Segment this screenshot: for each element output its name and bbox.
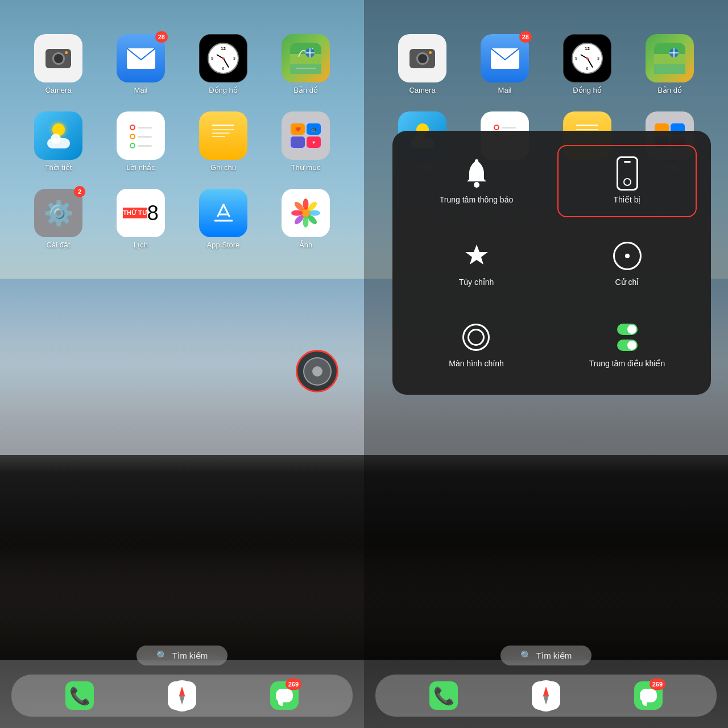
maps-icon[interactable] (282, 34, 330, 82)
bubble-tail (278, 701, 283, 706)
folder-app-4: ♥ (307, 136, 321, 148)
app-folder[interactable]: ❤️ 📺 🎵 ♥ Thư mục (275, 111, 337, 172)
dock-left: 📞 269 (11, 675, 353, 717)
search-icon-right: 🔍 (520, 650, 532, 661)
star-svg (462, 242, 491, 270)
menu-gesture[interactable]: Cử chỉ (557, 229, 697, 299)
mail-badge: 28 (155, 31, 168, 43)
dock-phone-r[interactable]: 📞 (429, 681, 458, 710)
bell-svg (462, 158, 491, 189)
app-camera-r[interactable]: Camera (391, 34, 454, 94)
weather-label: Thời tiết (45, 163, 72, 172)
dock-right: 📞 269 (375, 675, 717, 717)
settings-label: Cài đặt (47, 241, 71, 249)
phone-app-icon[interactable]: 📞 (65, 681, 94, 710)
settings-icon[interactable]: ⚙️ 2 (34, 189, 82, 237)
dock-phone[interactable]: 📞 (65, 681, 94, 710)
dock-messages-r[interactable]: 269 (634, 681, 663, 710)
app-notes[interactable]: Ghi chú (192, 111, 255, 172)
camera-dot (65, 51, 68, 54)
weather-icon[interactable] (34, 111, 82, 160)
app-weather[interactable]: Thời tiết (27, 111, 90, 172)
mail-icon-r[interactable]: 28 (481, 34, 529, 82)
app-calendar[interactable]: THỨ TƯ 8 Lịch (110, 189, 172, 249)
menu-control-center[interactable]: Trung tâm điều khiển (557, 310, 697, 380)
toggle-row-2 (617, 340, 638, 351)
menu-main-screen[interactable]: Màn hình chính (443, 310, 510, 380)
menu-notification-center[interactable]: Trung tâm thông báo (407, 145, 546, 217)
left-panel: Camera 28 Mail (0, 0, 364, 728)
home-icon (461, 321, 492, 353)
appstore-label: App Store (207, 241, 240, 249)
camera-label-r: Camera (409, 86, 435, 94)
camera-icon[interactable] (34, 34, 82, 82)
app-mail[interactable]: 28 Mail (110, 34, 172, 94)
app-maps-r[interactable]: Bản đồ (639, 34, 701, 94)
app-appstore[interactable]: App Store (192, 189, 255, 249)
dock-messages[interactable]: 269 (270, 681, 299, 710)
menu-customize[interactable]: Tùy chỉnh (407, 229, 546, 299)
calendar-label: Lịch (134, 241, 148, 249)
message-bubble-inner (276, 689, 293, 702)
svg-rect-21 (654, 64, 685, 74)
calendar-icon[interactable]: THỨ TƯ 8 (117, 189, 165, 237)
star-icon (461, 240, 492, 271)
person-left (0, 518, 364, 660)
app-reminders[interactable]: Lời nhắc (110, 111, 172, 172)
notes-label: Ghi chú (210, 163, 236, 172)
toggle-group (617, 324, 638, 351)
app-settings[interactable]: ⚙️ 2 Cài đặt (27, 189, 90, 249)
reminders-icon[interactable] (117, 111, 165, 160)
app-row-3: ⚙️ 2 Cài đặt THỨ TƯ 8 Lịch (17, 189, 347, 249)
appstore-icon[interactable] (199, 189, 247, 237)
at-inner (303, 357, 332, 386)
folder-icon[interactable]: ❤️ 📺 🎵 ♥ (282, 111, 330, 160)
app-clock-r[interactable]: 12 6 3 9 Đồng hồ (556, 34, 619, 94)
folder-content: ❤️ 📺 🎵 ♥ (287, 120, 324, 151)
camera-lens (52, 52, 65, 65)
svg-point-10 (303, 198, 309, 210)
search-bar-left[interactable]: 🔍 Tìm kiếm (136, 646, 228, 665)
menu-grid: Trung tâm thông báo Thiết bị Tùy chỉnh (407, 145, 697, 380)
phone-app-icon-r[interactable]: 📞 (429, 681, 458, 710)
search-bar-right[interactable]: 🔍 Tìm kiếm (500, 646, 592, 665)
clock-icon-r[interactable]: 12 6 3 9 (563, 34, 611, 82)
assistive-touch-button[interactable] (296, 350, 338, 392)
safari-app-icon[interactable] (168, 681, 196, 710)
notes-icon[interactable] (199, 111, 247, 160)
app-maps[interactable]: Bản đồ (275, 34, 337, 94)
dock-safari[interactable] (168, 681, 196, 710)
mail-icon[interactable]: 28 (117, 34, 165, 82)
appstore-svg (209, 199, 238, 228)
menu-device[interactable]: Thiết bị (557, 145, 697, 217)
app-photos[interactable]: Ảnh (275, 189, 337, 249)
clock-icon[interactable]: 12 6 3 9 (199, 34, 247, 82)
folder-app-1: ❤️ (291, 123, 305, 135)
settings-badge: 2 (74, 186, 85, 197)
search-text-left: Tìm kiếm (172, 651, 208, 661)
svg-point-12 (291, 210, 303, 216)
svg-point-13 (309, 210, 320, 216)
folder-label: Thư mục (291, 163, 320, 172)
gesture-icon (611, 240, 643, 271)
app-camera[interactable]: Camera (27, 34, 90, 94)
svg-rect-3 (290, 64, 321, 74)
messages-badge-r: 269 (650, 679, 665, 690)
maps-icon-r[interactable] (646, 34, 694, 82)
customize-label: Tùy chỉnh (459, 277, 494, 287)
messages-badge: 269 (286, 679, 301, 690)
safari-app-icon-r[interactable] (532, 681, 560, 710)
gesture-dot (625, 254, 630, 258)
photos-icon[interactable] (282, 189, 330, 237)
app-row-r1: Camera 28 Mail 12 6 3 (381, 34, 711, 94)
search-text-right: Tìm kiếm (536, 651, 572, 661)
toggle-knob-2 (627, 341, 636, 350)
app-clock[interactable]: 12 6 3 9 Đồng hồ (192, 34, 255, 94)
accessibility-menu: Trung tâm thông báo Thiết bị Tùy chỉnh (392, 131, 711, 395)
app-mail-r[interactable]: 28 Mail (474, 34, 536, 94)
home-inner-circle (468, 329, 485, 346)
dock-safari-r[interactable] (532, 681, 560, 710)
safari-compass (168, 680, 196, 712)
camera-icon-r[interactable] (398, 34, 446, 82)
mail-label: Mail (134, 86, 148, 94)
